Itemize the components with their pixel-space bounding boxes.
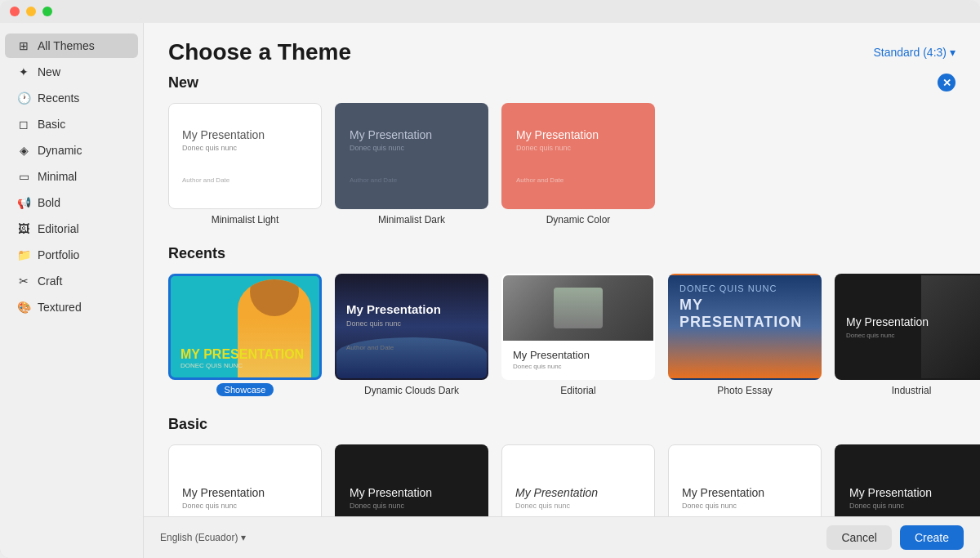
sidebar-label-minimal: Minimal <box>38 170 77 183</box>
editorial-icon: 🖼 <box>16 221 31 236</box>
footer: English (Ecuador) ▾ Cancel Create <box>144 516 980 558</box>
theme-card-industrial[interactable]: My Presentation Donec quis nunc Industri… <box>835 274 980 396</box>
minimize-button[interactable] <box>26 7 36 16</box>
card-subtitle: Donec quis nunc <box>350 502 474 510</box>
cancel-button[interactable]: Cancel <box>826 525 892 550</box>
card-title: My Presentation <box>849 486 973 499</box>
card-subtitle: Donec quis nunc <box>513 363 644 370</box>
sidebar-item-textured[interactable]: 🎨 Textured <box>5 295 138 319</box>
card-thumb-dynamic-color: My Presentation Donec quis nunc Author a… <box>501 103 655 209</box>
card-title: My Presentation <box>682 486 808 499</box>
sidebar-item-recents[interactable]: 🕐 Recents <box>5 86 138 110</box>
theme-card-basic-dark2[interactable]: My Presentation Donec quis nunc <box>835 444 980 516</box>
chevron-down-icon: ▾ <box>241 532 246 543</box>
sidebar-item-portfolio[interactable]: 📁 Portfolio <box>5 243 138 267</box>
card-subtitle: Donec quis nunc <box>182 502 308 510</box>
sidebar-label-dynamic: Dynamic <box>38 144 82 157</box>
theme-card-dynamic-clouds-dark[interactable]: My Presentation Donec quis nunc Author a… <box>335 274 488 396</box>
sidebar-label-portfolio: Portfolio <box>38 248 79 261</box>
theme-card-editorial-recent[interactable]: My Presentation Donec quis nunc Editoria… <box>501 274 655 396</box>
section-basic: Basic My Presentation Donec quis nunc <box>168 416 956 516</box>
recents-icon: 🕐 <box>16 91 31 105</box>
card-label-dynamic-color: Dynamic Color <box>546 214 611 225</box>
sidebar-item-bold[interactable]: 📢 Bold <box>5 190 138 215</box>
card-thumb-showcase: MY PRESENTATION DONEC QUIS NUNC <box>168 274 322 380</box>
sidebar-label-textured: Textured <box>38 301 82 314</box>
maximize-button[interactable] <box>42 7 52 16</box>
card-thumb-basic-line: My Presentation Donec quis nunc <box>501 444 655 516</box>
aspect-ratio-label: Standard (4:3) <box>874 46 947 59</box>
minimal-icon: ▭ <box>16 169 31 184</box>
card-title: My Presentation <box>182 128 308 141</box>
card-label-industrial: Industrial <box>892 385 932 396</box>
card-thumb-basic-black: My Presentation Donec quis nunc <box>335 444 488 516</box>
card-subtitle: Donec quis nunc <box>846 332 977 339</box>
close-button[interactable] <box>10 7 20 16</box>
selected-badge: Showcase <box>216 383 274 396</box>
card-thumb-editorial: My Presentation Donec quis nunc <box>501 274 655 380</box>
textured-icon: 🎨 <box>16 300 31 315</box>
card-subtitle: Donec quis nunc <box>182 144 308 152</box>
section-basic-title: Basic <box>168 416 207 433</box>
main-header: Choose a Theme Standard (4:3) ▾ <box>144 23 980 74</box>
theme-card-dynamic-color[interactable]: My Presentation Donec quis nunc Author a… <box>501 103 655 225</box>
card-subtitle: DONEC QUIS NUNC <box>679 283 810 293</box>
sidebar-item-dynamic[interactable]: ◈ Dynamic <box>5 138 138 163</box>
aspect-ratio-selector[interactable]: Standard (4:3) ▾ <box>874 46 956 59</box>
section-recents-title: Recents <box>168 245 225 262</box>
card-thumb-basic-white: My Presentation Donec quis nunc <box>168 444 322 516</box>
card-label-editorial: Editorial <box>560 385 595 396</box>
card-subtitle: Donec quis nunc <box>849 502 973 510</box>
theme-card-basic-white[interactable]: My Presentation Donec quis nunc <box>168 444 322 516</box>
app-window: ⊞ All Themes ✦ New 🕐 Recents ◻ Basic ◈ D… <box>0 0 980 558</box>
sidebar-item-minimal[interactable]: ▭ Minimal <box>5 164 138 189</box>
card-title: My Presentation <box>350 128 474 141</box>
card-thumb-basic-light2: My Presentation Donec quis nunc <box>668 444 822 516</box>
close-new-section-button[interactable]: ✕ <box>938 74 956 92</box>
sidebar-item-editorial[interactable]: 🖼 Editorial <box>5 217 138 241</box>
sidebar-label-new: New <box>38 65 60 78</box>
sidebar-item-basic[interactable]: ◻ Basic <box>5 112 138 136</box>
card-subtitle: Donec quis nunc <box>350 144 474 152</box>
card-thumb-minimalist-dark: My Presentation Donec quis nunc Author a… <box>335 103 488 209</box>
theme-card-basic-light2[interactable]: My Presentation Donec quis nunc <box>668 444 822 516</box>
section-basic-header: Basic <box>168 416 956 433</box>
card-author: Author and Date <box>182 176 308 184</box>
card-thumb-industrial: My Presentation Donec quis nunc <box>835 274 980 380</box>
section-new: New ✕ My Presentation Donec quis nunc Au… <box>168 74 956 225</box>
sidebar-item-all-themes[interactable]: ⊞ All Themes <box>5 33 138 58</box>
theme-card-minimalist-light[interactable]: My Presentation Donec quis nunc Author a… <box>168 103 322 225</box>
card-author: Author and Date <box>346 344 477 351</box>
sidebar-item-new[interactable]: ✦ New <box>5 60 138 84</box>
card-subtitle: DONEC QUIS NUNC <box>180 362 304 369</box>
sidebar-label-editorial: Editorial <box>38 222 79 235</box>
section-new-title: New <box>168 74 198 92</box>
page-title: Choose a Theme <box>168 39 351 65</box>
card-title: My Presentation <box>346 302 477 316</box>
section-recents-header: Recents <box>168 245 956 262</box>
card-title: My Presentation <box>516 128 640 141</box>
sidebar-label-all-themes: All Themes <box>38 39 95 52</box>
craft-icon: ✂ <box>16 274 31 288</box>
card-subtitle: Donec quis nunc <box>346 319 477 328</box>
card-label-photo-essay: Photo Essay <box>717 385 772 396</box>
create-button[interactable]: Create <box>900 525 964 550</box>
theme-card-showcase[interactable]: MY PRESENTATION DONEC QUIS NUNC Showcase <box>168 274 322 396</box>
card-label-dynamic-clouds-dark: Dynamic Clouds Dark <box>364 385 459 396</box>
card-subtitle: Donec quis nunc <box>682 502 808 510</box>
card-title: My Presentation <box>846 315 977 328</box>
language-selector[interactable]: English (Ecuador) ▾ <box>160 532 246 543</box>
sidebar-label-bold: Bold <box>38 196 60 209</box>
theme-card-minimalist-dark[interactable]: My Presentation Donec quis nunc Author a… <box>335 103 488 225</box>
theme-card-basic-line[interactable]: My Presentation Donec quis nunc <box>501 444 655 516</box>
sidebar-item-craft[interactable]: ✂ Craft <box>5 269 138 293</box>
content-area: ⊞ All Themes ✦ New 🕐 Recents ◻ Basic ◈ D… <box>0 23 980 558</box>
recents-cards-row: MY PRESENTATION DONEC QUIS NUNC Showcase <box>168 274 956 396</box>
card-title: MY PRESENTATION <box>679 297 810 331</box>
theme-card-basic-black[interactable]: My Presentation Donec quis nunc <box>335 444 488 516</box>
card-subtitle: Donec quis nunc <box>516 144 640 152</box>
theme-card-photo-essay[interactable]: DONEC QUIS NUNC MY PRESENTATION Photo Es… <box>668 274 822 396</box>
titlebar <box>0 0 980 23</box>
language-label: English (Ecuador) <box>160 532 238 543</box>
new-icon: ✦ <box>16 65 31 79</box>
